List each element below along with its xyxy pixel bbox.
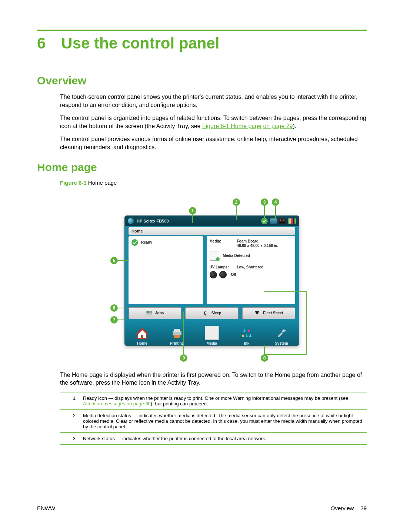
legend-table: 1 Ready icon — displays when the printer… [60,392,367,445]
legend-row-2: 2 Media detection status — indicates whe… [60,409,367,432]
uv-off-text: Off [231,272,236,277]
callout-6: 6 [110,304,118,312]
figure-text: Home page [87,180,117,186]
callout-8: 8 [261,354,268,362]
media-label: Media: [210,239,233,248]
page-number: 29 [360,505,367,511]
legend-1-a: Ready icon — displays when the printer i… [83,395,348,401]
callout-1-line [192,214,193,223]
sleep-label: Sleep [211,311,221,315]
media-card: Media: Foam Board, 48.00 x 48.00 x 0.156… [207,236,296,304]
callout-5: 5 [110,257,118,264]
callout-3: 3 [261,198,268,206]
svg-rect-3 [150,314,152,315]
titlebar-status-icons [261,218,296,224]
eject-icon [254,310,260,316]
status-card: Ready [129,236,203,304]
svg-rect-4 [141,335,143,338]
media-row: Media: Foam Board, 48.00 x 48.00 x 0.156… [210,239,293,248]
uv-row: UV Lamps: Low, Shuttered [210,265,293,270]
chapter-number: 6 [37,34,46,52]
overview-p1: The touch-screen control panel shows you… [60,93,367,109]
chapter-title: Use the control panel [61,34,219,52]
chapter-heading: 6 Use the control panel [37,34,367,52]
jobs-button[interactable]: Jobs [129,307,181,319]
legend-idx-3: 3 [60,432,79,444]
panel-title: HP Scitex FB500 [137,219,169,223]
uv-label: UV Lamps: [210,265,233,270]
section-homepage-heading: Home page [37,161,367,174]
home-icon [136,327,149,340]
link-attention-messages[interactable]: Attention messages on page 30 [83,401,151,406]
ink-level-icon [288,218,296,224]
callout-2-line [236,206,237,220]
callout-4: 4 [272,198,279,206]
panel-titlebar: HP Scitex FB500 [125,216,299,226]
legend-idx-1: 1 [60,392,79,409]
footer-left: ENWW [37,505,55,511]
callout-3-line [264,206,265,220]
callout-8-line-v2 [306,291,307,354]
media-detected-icon [210,251,219,261]
page: 6 Use the control panel Overview The tou… [0,0,400,532]
legend-text-3: Network status — indicates whether the p… [79,432,367,444]
tray-media[interactable]: Media [194,321,229,346]
figure-6-1: 1 2 3 4 5 6 7 8 9 [110,193,317,364]
divider-top [37,30,367,31]
uv-lamp-left-icon [210,271,217,278]
printer-icon [170,327,184,340]
svg-rect-2 [147,314,149,315]
eject-sheet-button[interactable]: Eject Sheet [242,307,295,319]
tray-system[interactable]: System [264,321,299,346]
jobs-icon [146,310,152,316]
tray-printing-label: Printing [170,341,184,345]
tray-ink-label: Ink [244,341,249,345]
tray-printing[interactable]: Printing [160,321,194,346]
svg-rect-1 [150,311,152,313]
callout-5-line [118,260,129,261]
callout-8-line-h2 [264,354,307,355]
tray-ink[interactable]: Ink [229,321,264,346]
overview-p3: The control panel provides various forms… [60,135,367,151]
hardware-buttons: Jobs Sleep Eject Sheet [129,307,295,319]
ready-text: Ready [141,240,152,244]
sleep-button[interactable]: Sleep [185,307,238,319]
printhead-status-icon [279,218,286,224]
overview-p2-b: ). [293,123,297,129]
link-figure-6-1[interactable]: Figure 6-1 Home page [202,123,261,129]
activity-tray: Home Printing Media [125,321,299,346]
home-content: Ready Media: Foam Board, 48.00 x 48.00 x… [129,236,295,304]
callout-8-line-h [264,291,307,292]
svg-rect-7 [174,335,180,338]
footer-section: Overview [331,505,354,511]
legend-text-2: Media detection status — indicates wheth… [79,409,367,432]
legend-row-1: 1 Ready icon — displays when the printer… [60,392,367,409]
callout-6-line [118,308,129,308]
svg-rect-0 [147,311,149,313]
section-overview-heading: Overview [37,74,367,87]
media-icon [205,326,219,340]
homepage-body: Figure 6-1 Home page 1 2 3 4 5 6 7 8 [60,180,367,445]
callout-7-line [118,319,125,320]
after-figure-text: The Home page is displayed when the prin… [60,371,367,387]
wrench-icon [275,327,288,340]
overview-p2: The control panel is organized into page… [60,114,367,130]
ready-row: Ready [131,239,200,246]
ready-check-icon [131,239,138,246]
media-value-line2: 48.00 x 48.00 x 0.156 in. [237,244,279,248]
link-on-page-29[interactable]: on page 29 [263,123,293,129]
tray-home-label: Home [137,341,147,345]
callout-7: 7 [110,316,118,324]
svg-rect-6 [174,329,180,332]
uv-lamps: Off [210,271,293,278]
media-value-line1: Foam Board, [237,239,279,244]
ink-icon [240,327,253,340]
callout-1: 1 [189,207,196,214]
media-value: Foam Board, 48.00 x 48.00 x 0.156 in. [237,239,279,248]
uv-lamp-right-icon [219,271,227,278]
tray-home[interactable]: Home [125,321,160,346]
legend-row-3: 3 Network status — indicates whether the… [60,432,367,444]
uv-value: Low, Shuttered [237,265,264,270]
overview-body: The touch-screen control panel shows you… [60,93,367,151]
moon-icon [203,310,209,316]
